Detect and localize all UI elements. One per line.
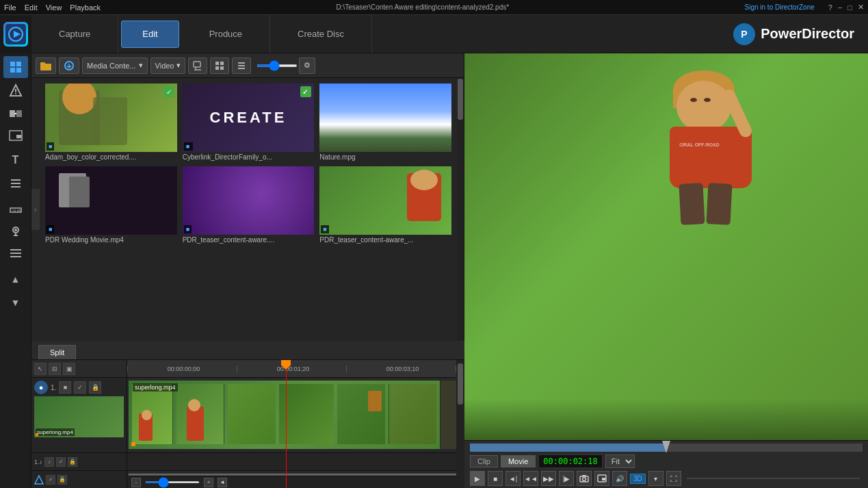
track-lock-btn[interactable]: ■ bbox=[59, 381, 71, 394]
scrollbar-thumb[interactable] bbox=[458, 79, 463, 120]
timeline-scrollbar-thumb[interactable] bbox=[458, 363, 463, 404]
fast-forward-button[interactable]: ▶▶ bbox=[541, 471, 556, 486]
tab-create-disc[interactable]: Create Disc bbox=[270, 15, 372, 53]
open-folder-button[interactable] bbox=[36, 57, 56, 74]
brand: P PowerDirector bbox=[733, 23, 868, 45]
sidebar-item-transition[interactable] bbox=[3, 103, 28, 125]
rewind-button[interactable]: ◄◄ bbox=[523, 471, 538, 486]
list-item[interactable]: ■ PDR_teaser_content-aware_... bbox=[319, 166, 451, 244]
menu-playback[interactable]: Playback bbox=[70, 3, 101, 12]
close-button[interactable]: ✕ bbox=[858, 3, 864, 12]
list-item[interactable]: ✓ ■ Adam_boy_color_corrected.... bbox=[45, 84, 177, 161]
badge-3d[interactable]: 3D bbox=[630, 474, 646, 484]
fullscreen-button[interactable]: ⛶ bbox=[666, 471, 681, 486]
maximize-button[interactable]: □ bbox=[847, 3, 852, 12]
video-track-1[interactable]: superlong.mp4 bbox=[127, 378, 456, 453]
audio-mute-btn[interactable]: ♪ bbox=[44, 457, 54, 467]
audio-lock-btn[interactable]: 🔒 bbox=[68, 457, 77, 467]
audio-vol-btn[interactable]: ✓ bbox=[56, 457, 66, 467]
sidebar-item-media[interactable] bbox=[3, 56, 28, 78]
snapshot-button[interactable] bbox=[577, 471, 592, 486]
download-button[interactable] bbox=[59, 57, 79, 74]
menu-file[interactable]: File bbox=[4, 3, 16, 12]
tl-zoom-slider[interactable] bbox=[145, 481, 200, 483]
clip-gap bbox=[440, 381, 456, 449]
sidebar-item-expand[interactable] bbox=[3, 242, 28, 264]
svg-point-43 bbox=[583, 478, 586, 481]
tl-fit-btn[interactable]: ◄ bbox=[218, 478, 227, 487]
sidebar-item-subtitle[interactable]: SUB bbox=[3, 196, 28, 218]
media-scrollbar[interactable] bbox=[457, 78, 464, 341]
help-icon[interactable]: ? bbox=[828, 3, 832, 12]
3d-settings-button[interactable]: ▾ bbox=[648, 471, 663, 486]
tl-video-tool[interactable]: ▣ bbox=[63, 363, 75, 375]
clip-marker bbox=[36, 433, 38, 436]
list-item[interactable]: CREATE ✓ ■ Cyberlink_DirectorFamily_o... bbox=[183, 84, 315, 161]
next-frame-button[interactable]: |▶ bbox=[559, 471, 574, 486]
tab-split[interactable]: Split bbox=[38, 345, 76, 359]
list-item[interactable]: ■ PDR_teaser_content-aware.... bbox=[183, 166, 315, 244]
media-thumbnail: ■ bbox=[183, 166, 315, 235]
separator bbox=[687, 478, 860, 479]
tag-button[interactable] bbox=[188, 57, 207, 74]
play-button[interactable]: ▶ bbox=[470, 471, 485, 486]
sidebar-item-chapter[interactable] bbox=[3, 172, 28, 194]
svg-marker-41 bbox=[35, 476, 43, 484]
sidebar-expand-up[interactable]: ▲ bbox=[3, 268, 28, 290]
svg-rect-12 bbox=[10, 110, 15, 117]
list-view-button[interactable] bbox=[232, 57, 251, 74]
sidebar-item-audio[interactable] bbox=[3, 219, 28, 241]
grid-view-button[interactable] bbox=[210, 57, 229, 74]
video-filter-dropdown[interactable]: Video ▾ bbox=[150, 57, 186, 74]
sidebar-item-pip[interactable] bbox=[3, 126, 28, 148]
fx-mute-btn[interactable]: ✓ bbox=[46, 475, 55, 485]
sidebar-item-fx[interactable] bbox=[3, 79, 28, 101]
video-clip-superlong[interactable]: superlong.mp4 bbox=[129, 381, 440, 449]
tab-capture[interactable]: Capture bbox=[31, 15, 118, 53]
track-solo-btn[interactable]: 🔒 bbox=[89, 381, 101, 394]
menu-view[interactable]: View bbox=[46, 3, 62, 12]
file-path: D:\Tesaser\Conten Aware editing\content-… bbox=[101, 3, 745, 11]
sidebar-expand-down[interactable]: ▼ bbox=[3, 292, 28, 313]
tl-zoom-out[interactable]: - bbox=[131, 478, 141, 487]
track-1-preview: superlong.mp4 bbox=[34, 396, 124, 437]
minimize-button[interactable]: − bbox=[838, 3, 842, 12]
timeline-scrollbar[interactable] bbox=[456, 360, 464, 488]
timeline-tracks[interactable]: 00:00:00;00 00:00:01;20 00:00:03;10 00:0… bbox=[127, 360, 456, 488]
stop-button[interactable]: ■ bbox=[488, 471, 503, 486]
volume-button[interactable]: 🔊 bbox=[612, 471, 627, 486]
media-item-label: PDR_teaser_content-aware.... bbox=[183, 236, 315, 244]
fx-lock-btn[interactable]: 🔒 bbox=[57, 475, 67, 485]
tab-produce[interactable]: Produce bbox=[182, 15, 270, 53]
tl-multi-tool[interactable]: ⊟ bbox=[49, 363, 61, 375]
audio-track-1[interactable] bbox=[127, 453, 456, 471]
nav-tabs: Capture Edit Produce Create Disc bbox=[31, 15, 733, 53]
track-mute-btn[interactable]: ✓ bbox=[74, 381, 86, 394]
sign-in-link[interactable]: Sign in to DirectorZone bbox=[745, 3, 815, 11]
timeline-playhead[interactable] bbox=[286, 360, 287, 488]
panel-collapse-button[interactable]: ‹ bbox=[31, 189, 40, 230]
sidebar-item-title[interactable]: T bbox=[3, 149, 28, 171]
list-item[interactable]: Nature.mpg bbox=[319, 84, 451, 161]
media-type-badge: ■ bbox=[321, 225, 328, 233]
media-thumbnail: ■ bbox=[45, 166, 177, 235]
movie-tab[interactable]: Movie bbox=[501, 455, 536, 467]
menu-edit[interactable]: Edit bbox=[25, 3, 38, 12]
time-mark-3: 00:00:05;00 bbox=[456, 365, 456, 372]
master-clip-icon: ● bbox=[34, 381, 48, 394]
media-type-badge: ■ bbox=[184, 225, 192, 233]
list-item[interactable]: ■ PDR Wedding Movie.mp4 bbox=[45, 166, 177, 244]
tl-zoom-in[interactable]: + bbox=[204, 478, 213, 487]
media-content-dropdown[interactable]: Media Conte... ▾ bbox=[82, 57, 148, 74]
settings-button[interactable]: ⚙ bbox=[299, 57, 315, 74]
zoom-slider[interactable] bbox=[257, 64, 298, 67]
media-item-label: PDR Wedding Movie.mp4 bbox=[45, 236, 177, 244]
preview-scrubber[interactable] bbox=[470, 444, 863, 452]
clip-tab[interactable]: Clip bbox=[470, 455, 498, 467]
tab-edit[interactable]: Edit bbox=[121, 21, 179, 48]
prev-frame-button[interactable]: ◄| bbox=[505, 471, 521, 486]
svg-rect-31 bbox=[194, 62, 200, 67]
pip-button[interactable] bbox=[594, 471, 609, 486]
tl-select-tool[interactable]: ↖ bbox=[34, 363, 47, 375]
fit-dropdown[interactable]: Fit bbox=[605, 454, 635, 468]
